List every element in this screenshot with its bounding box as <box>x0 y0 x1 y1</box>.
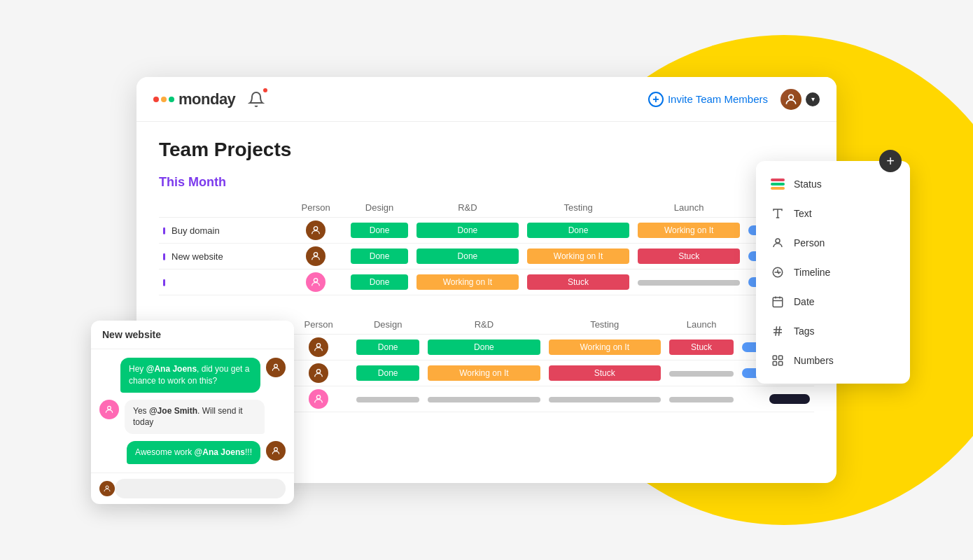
col-header-testing2: Testing <box>545 315 665 335</box>
rd-cell: Done <box>412 218 523 244</box>
logo-dot-green <box>169 97 174 102</box>
table-row: New website Done Done Working on It Stuc… <box>159 244 814 270</box>
design-cell: Done <box>346 218 412 244</box>
design-cell: Done <box>352 360 424 386</box>
design-cell: Done <box>346 244 412 270</box>
picker-item-status[interactable]: Status <box>756 169 910 199</box>
svg-point-4 <box>316 344 320 347</box>
avatar-group: ▾ <box>779 88 820 111</box>
rd-cell: Working on It <box>412 270 523 295</box>
picker-label: Tags <box>794 326 815 337</box>
status-pill <box>669 371 734 377</box>
add-column-button[interactable]: + <box>879 150 902 172</box>
picker-item-timeline[interactable]: Timeline <box>756 258 910 287</box>
chat-avatar <box>266 358 286 377</box>
picker-label: Date <box>794 296 815 307</box>
avatar-face <box>780 89 802 110</box>
picker-item-tags[interactable]: Tags <box>756 316 910 346</box>
numbers-icon <box>770 353 785 368</box>
rd-cell: Working on It <box>424 360 544 386</box>
picker-item-text[interactable]: Text <box>756 199 910 228</box>
svg-point-8 <box>108 406 111 410</box>
design-cell: Done <box>352 335 424 360</box>
status-pill: Working on It <box>549 340 661 355</box>
page-title: Team Projects <box>159 139 814 161</box>
launch-cell <box>634 270 744 295</box>
svg-point-7 <box>274 364 278 368</box>
design-cell: Done <box>346 270 412 295</box>
chat-messages: Hey @Ana Joens, did you get a chance to … <box>91 349 294 472</box>
status-icon <box>770 176 785 192</box>
status-pill: Stuck <box>638 248 740 264</box>
picker-item-numbers[interactable]: Numbers <box>756 346 910 375</box>
col-header-person2: Person <box>285 315 352 335</box>
chat-input-avatar <box>99 481 115 496</box>
chat-mention: @Joe Smith <box>149 406 197 416</box>
svg-rect-27 <box>773 356 776 359</box>
picker-item-date[interactable]: Date <box>756 287 910 316</box>
rd-cell: Done <box>424 335 544 360</box>
status-pill: Done <box>356 365 419 381</box>
picker-label: Status <box>794 178 822 190</box>
status-pill: Working on It <box>527 248 629 264</box>
chat-bubble: Hey @Ana Joens, did you get a chance to … <box>120 358 260 393</box>
launch-cell: Stuck <box>665 335 738 360</box>
logo-dot-red <box>153 97 159 102</box>
testing-cell: Stuck <box>523 270 634 295</box>
rd-cell <box>424 386 544 412</box>
person-cell <box>285 335 352 360</box>
notification-bell[interactable] <box>244 87 269 112</box>
chat-input[interactable] <box>115 479 286 498</box>
person-avatar <box>306 246 326 266</box>
status-pill: Done <box>351 274 408 290</box>
chat-header: New website <box>91 321 294 349</box>
col-header-task <box>159 198 285 218</box>
status-pill: Stuck <box>527 274 629 290</box>
svg-point-9 <box>274 448 278 451</box>
rd-cell: Done <box>412 244 523 270</box>
invite-team-button[interactable]: + Invite Team Members <box>648 92 768 107</box>
status-pill: Stuck <box>549 365 661 381</box>
svg-point-3 <box>314 279 317 282</box>
chat-message-1: Hey @Ana Joens, did you get a chance to … <box>99 358 286 393</box>
col-header-testing: Testing <box>523 198 634 218</box>
svg-rect-30 <box>779 362 783 365</box>
svg-rect-11 <box>771 178 785 181</box>
launch-cell <box>665 360 738 386</box>
avatar-user[interactable] <box>779 88 803 111</box>
svg-rect-28 <box>779 356 783 359</box>
status-pill: Stuck <box>669 340 734 355</box>
avatar-chevron-icon[interactable]: ▾ <box>806 92 820 106</box>
svg-rect-19 <box>773 298 783 307</box>
logo-text: monday <box>178 90 235 108</box>
svg-line-26 <box>779 326 780 336</box>
picker-label: Person <box>794 237 825 248</box>
person-avatar <box>309 337 328 357</box>
testing-cell: Done <box>523 218 634 244</box>
logo-area: monday <box>153 87 269 112</box>
status-pill <box>638 280 740 286</box>
person-cell <box>285 270 346 295</box>
header-right: + Invite Team Members ▾ <box>648 88 820 111</box>
person-cell <box>285 244 346 270</box>
svg-line-25 <box>776 326 777 336</box>
chat-avatar <box>266 441 286 461</box>
col-header-rd2: R&D <box>424 315 544 335</box>
text-icon <box>770 206 785 221</box>
person-cell <box>285 218 346 244</box>
picker-label: Numbers <box>794 355 834 366</box>
svg-point-10 <box>106 486 108 489</box>
timeline-cell <box>738 386 814 412</box>
svg-point-16 <box>776 239 780 243</box>
tags-icon <box>770 323 785 339</box>
person-icon <box>770 235 785 251</box>
chat-avatar <box>99 400 119 419</box>
col-header-rd: R&D <box>412 198 523 218</box>
notification-badge <box>262 87 269 94</box>
monday-logo: monday <box>153 90 235 108</box>
timeline-icon <box>770 265 785 280</box>
status-pill <box>669 397 734 402</box>
picker-item-person[interactable]: Person <box>756 228 910 258</box>
invite-plus-icon: + <box>648 92 664 107</box>
status-pill: Done <box>416 248 519 264</box>
